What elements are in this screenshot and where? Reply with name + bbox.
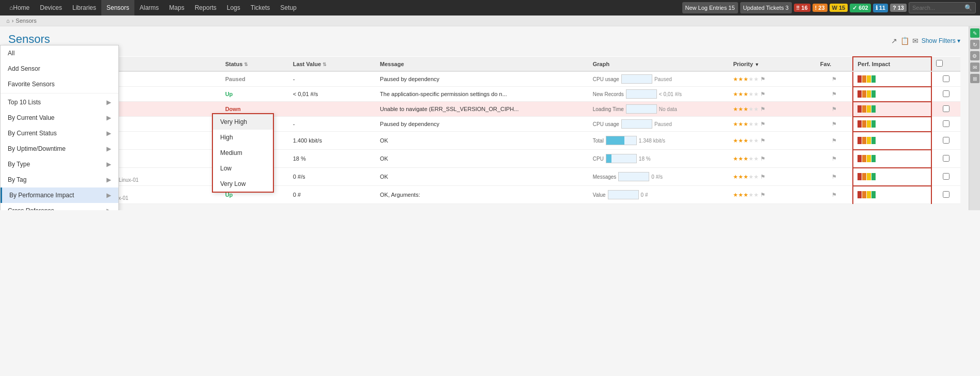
menu-item-by-current-status[interactable]: By Current Status ▶ <box>1 126 118 141</box>
nav-setup[interactable]: Setup <box>275 0 301 15</box>
cell-perf-impact <box>853 87 931 102</box>
arrow-icon: ▶ <box>106 145 111 152</box>
menu-item-by-performance-impact[interactable]: By Performance Impact ▶ <box>1 187 118 203</box>
submenu-medium[interactable]: Medium <box>213 145 273 161</box>
perf-seg-green <box>871 191 876 198</box>
sensors-dropdown-menu: All Add Sensor Favorite Sensors Top 10 L… <box>0 45 119 210</box>
th-last-value[interactable]: Last Value ⇅ <box>289 57 376 71</box>
nav-reports[interactable]: Reports <box>190 0 222 15</box>
nav-libraries-label: Libraries <box>72 4 96 11</box>
cell-checkbox[interactable] <box>931 71 960 87</box>
cell-checkbox[interactable] <box>931 117 960 132</box>
nav-alarms[interactable]: Alarms <box>134 0 164 15</box>
row-checkbox[interactable] <box>943 105 950 112</box>
graph-mini: CPU 18 % <box>593 154 725 163</box>
perf-seg-orange <box>862 75 866 83</box>
nav-sensors[interactable]: Sensors <box>101 0 134 15</box>
new-log-entries-count: 15 <box>728 5 734 11</box>
submenu-low[interactable]: Low <box>213 161 273 176</box>
right-sidebar-btn-5[interactable]: ⊞ <box>970 74 979 83</box>
th-fav[interactable]: Fav. <box>816 57 853 71</box>
menu-item-by-type[interactable]: By Type ▶ <box>1 156 118 172</box>
row-checkbox[interactable] <box>943 90 950 97</box>
external-link-icon[interactable]: ↗ <box>891 37 897 45</box>
menu-item-by-uptime[interactable]: By Uptime/Downtime ▶ <box>1 141 118 156</box>
cell-fav: ⚑ <box>816 117 853 132</box>
nav-libraries[interactable]: Libraries <box>67 0 101 15</box>
badge-error[interactable]: ! 23 <box>813 4 828 12</box>
perf-bar <box>858 90 927 98</box>
email-icon[interactable]: ✉ <box>912 37 918 45</box>
badge-unknown[interactable]: ? 13 <box>890 4 907 12</box>
menu-item-cross-reference[interactable]: Cross Reference ▶ <box>1 203 118 210</box>
cell-checkbox[interactable] <box>931 87 960 102</box>
cell-message: OK, Arguments: <box>376 186 589 204</box>
right-sidebar-btn-3[interactable]: ⚙ <box>970 51 979 60</box>
perf-seg-yellow <box>867 90 871 98</box>
show-filters-button[interactable]: Show Filters ▾ <box>922 37 960 44</box>
nav-right-area: New Log Entries 15 Updated Tickets 3 ‼ 1… <box>682 2 976 13</box>
cell-checkbox[interactable] <box>931 102 960 117</box>
arrow-icon: ▶ <box>106 114 111 121</box>
cell-last-value: 18 % <box>289 150 376 168</box>
menu-item-top10[interactable]: Top 10 Lists ▶ <box>1 95 118 110</box>
perf-seg-orange <box>862 105 866 113</box>
graph-mini: New Records < 0,01 #/s <box>593 89 725 99</box>
perf-bar <box>858 173 927 181</box>
search-icon[interactable]: 🔍 <box>964 4 972 11</box>
cell-checkbox[interactable] <box>931 150 960 168</box>
submenu-high[interactable]: High <box>213 130 273 145</box>
submenu-very-low[interactable]: Very Low <box>213 176 273 192</box>
row-checkbox[interactable] <box>943 191 950 198</box>
nav-home[interactable]: ⌂ Home <box>4 0 35 15</box>
arrow-icon: ▶ <box>106 130 111 137</box>
updated-tickets-badge[interactable]: Updated Tickets 3 <box>740 2 792 13</box>
th-message[interactable]: Message <box>376 57 589 71</box>
nav-devices[interactable]: Devices <box>35 0 67 15</box>
menu-item-add-sensor[interactable]: Add Sensor <box>1 61 118 76</box>
right-sidebar-btn-1[interactable]: ✎ <box>970 28 979 38</box>
page-content: All Add Sensor Favorite Sensors Top 10 L… <box>0 26 980 210</box>
row-checkbox[interactable] <box>943 173 950 180</box>
cell-checkbox[interactable] <box>931 168 960 186</box>
cell-fav: ⚑ <box>816 186 853 204</box>
search-input[interactable] <box>912 5 964 11</box>
search-box[interactable]: 🔍 <box>909 2 976 13</box>
cell-checkbox[interactable] <box>931 132 960 150</box>
right-sidebar-btn-2[interactable]: ↻ <box>970 40 979 49</box>
th-status[interactable]: Status ⇅ <box>221 57 289 71</box>
badge-info[interactable]: ℹ 11 <box>873 4 888 12</box>
priority-flag-icon: ⚑ <box>760 192 765 198</box>
nav-logs-label: Logs <box>227 4 240 11</box>
badge-warning[interactable]: W 15 <box>830 4 848 12</box>
row-checkbox[interactable] <box>943 120 950 127</box>
submenu-very-high[interactable]: Very High <box>213 114 273 130</box>
menu-item-all[interactable]: All <box>1 45 118 61</box>
menu-item-by-tag[interactable]: By Tag ▶ <box>1 172 118 187</box>
th-perf-impact[interactable]: Perf. Impact <box>853 57 931 71</box>
th-graph[interactable]: Graph <box>589 57 729 71</box>
cell-fav: ⚑ <box>816 150 853 168</box>
cell-checkbox[interactable] <box>931 186 960 204</box>
export-icon[interactable]: 📋 <box>900 37 909 45</box>
menu-item-by-current-value[interactable]: By Current Value ▶ <box>1 110 118 126</box>
nav-tickets[interactable]: Tickets <box>246 0 275 15</box>
right-sidebar-btn-4[interactable]: ✉ <box>970 62 979 72</box>
cell-last-value <box>289 102 376 117</box>
row-checkbox[interactable] <box>943 155 950 162</box>
perf-seg-orange <box>862 191 866 198</box>
perf-bar <box>858 120 927 128</box>
th-select-all[interactable] <box>931 57 960 71</box>
menu-item-favorite-sensors[interactable]: Favorite Sensors <box>1 76 118 92</box>
row-checkbox[interactable] <box>943 75 950 82</box>
th-priority[interactable]: Priority ▼ <box>729 57 816 71</box>
select-all-checkbox[interactable] <box>936 60 943 67</box>
badge-ok[interactable]: ✓ 602 <box>850 4 870 12</box>
new-log-entries-badge[interactable]: New Log Entries 15 <box>682 2 738 13</box>
nav-sensors-label: Sensors <box>106 4 129 11</box>
row-checkbox[interactable] <box>943 137 950 144</box>
graph-mini: Value 0 # <box>593 190 725 199</box>
badge-critical[interactable]: ‼ 16 <box>794 4 810 12</box>
nav-logs[interactable]: Logs <box>222 0 246 15</box>
nav-maps[interactable]: Maps <box>164 0 189 15</box>
